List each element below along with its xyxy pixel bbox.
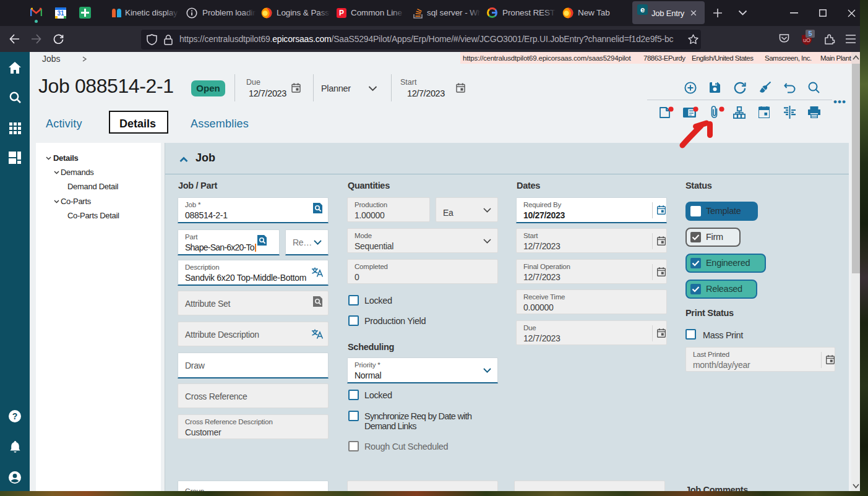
svg-text:?: ?: [12, 411, 18, 421]
svg-text:uO: uO: [803, 37, 810, 43]
